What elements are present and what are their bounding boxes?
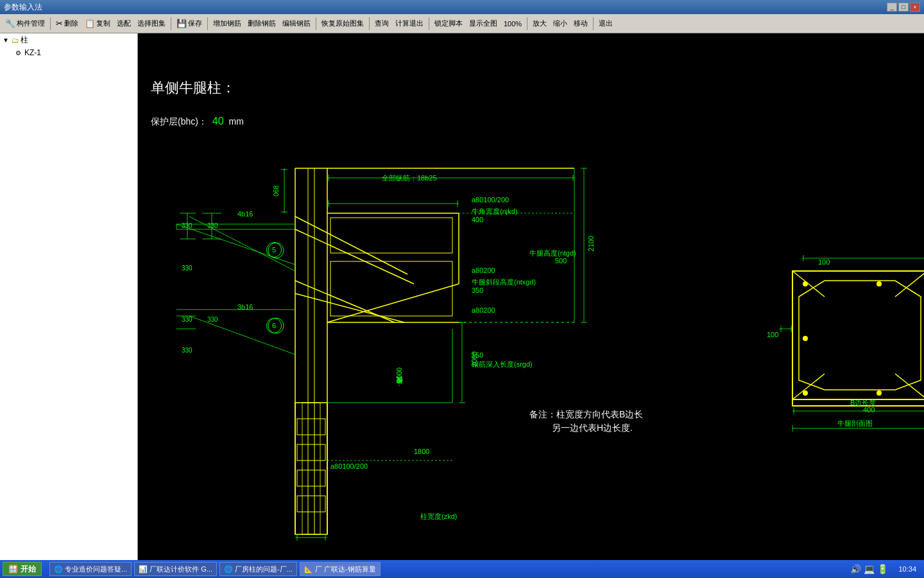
component-mgmt-icon: 🔧 <box>5 19 15 28</box>
move-button[interactable]: 移动 <box>571 17 590 30</box>
sep4 <box>316 17 316 30</box>
edit-rebar-button[interactable]: 编辑钢筋 <box>280 17 313 30</box>
svg-rect-15 <box>330 218 452 253</box>
save-button[interactable]: 💾 保存 <box>174 17 205 30</box>
app3-icon: 🌐 <box>224 565 233 574</box>
restore-label: 恢复原始图集 <box>321 19 364 28</box>
dim-2100: 2100 <box>587 236 595 251</box>
col-len-label: 柱长度：9000 <box>395 367 404 390</box>
start-label: 开始 <box>21 564 36 575</box>
zoom-in-button[interactable]: 放大 <box>530 17 549 30</box>
select-set-button[interactable]: 选择图集 <box>135 17 168 30</box>
tray-icon-2: 💻 <box>864 564 875 574</box>
embed-length-label: 钢筋深入长度(srgd) <box>472 360 533 369</box>
match-button[interactable]: 选配 <box>114 17 133 30</box>
sep6 <box>429 17 429 30</box>
svg-line-18 <box>295 229 414 284</box>
lock-script-label: 锁定脚本 <box>434 19 463 28</box>
tray-icon-3: 🔋 <box>877 564 888 574</box>
corbel-width-value: 400 <box>472 216 483 223</box>
svg-line-67 <box>895 374 924 399</box>
stirrup1-label: a80100/200 <box>472 196 509 204</box>
stirrup3-label: a80200 <box>472 306 495 314</box>
component-mgmt-button[interactable]: 🔧 构件管理 <box>3 17 47 30</box>
zoom-out-label: 缩小 <box>553 19 567 28</box>
stirrup-bottom-label: a80100/200 <box>330 462 368 470</box>
restore-button[interactable]: 恢复原始图集 <box>319 17 366 30</box>
svg-rect-36 <box>295 403 327 534</box>
tree-kz1[interactable]: ⚙ KZ-1 <box>0 47 137 58</box>
dim-330-3: 330 <box>182 265 193 272</box>
taskbar: 🪟 开始 🌐 专业造价问题答疑... 📊 厂联达计价软件 G... 🌐 厂房柱的… <box>0 560 924 578</box>
drawing-svg <box>138 33 924 560</box>
svg-point-76 <box>877 390 882 396</box>
delete-icon: ✂ <box>56 19 63 28</box>
lock-script-button[interactable]: 锁定脚本 <box>432 17 465 30</box>
svg-marker-63 <box>799 281 921 390</box>
circle-marker-5: 5 <box>266 242 282 258</box>
component-mgmt-label: 构件管理 <box>17 19 45 28</box>
tree-expand-icon: ▼ <box>3 37 10 44</box>
svg-rect-62 <box>792 271 924 399</box>
note-b: 备注：柱宽度方向代表B边长 <box>529 409 643 421</box>
del-rebar-button[interactable]: 删除钢筋 <box>245 17 278 30</box>
calc-exit-button[interactable]: 计算退出 <box>393 17 426 30</box>
section-title: 牛腿剖面图 <box>837 419 873 428</box>
app1-label: 专业造价问题答疑... <box>65 565 127 574</box>
tray-icon-1: 🔊 <box>850 564 861 574</box>
taskbar-app4[interactable]: 📐 厂 广联达-钢筋算量 <box>300 562 381 576</box>
svg-rect-39 <box>297 444 325 460</box>
taskbar-clock: 10:34 <box>893 565 921 573</box>
stirrup2-label: a80200 <box>472 267 495 274</box>
dim-330-1: 330 <box>182 222 193 229</box>
circle-marker-6: 6 <box>266 318 282 333</box>
taskbar-app1[interactable]: 🌐 专业造价问题答疑... <box>49 562 132 576</box>
exit-label: 退出 <box>599 19 613 28</box>
show-full-button[interactable]: 显示全图 <box>466 17 500 30</box>
svg-rect-37 <box>302 403 320 534</box>
dim-330-4: 330 <box>182 316 193 323</box>
copy-button[interactable]: 📋 复制 <box>82 17 113 30</box>
toolbar: 🔧 构件管理 ✂ 删除 📋 复制 选配 选择图集 💾 保存 增加钢筋 删除钢筋 … <box>0 14 924 33</box>
svg-point-71 <box>803 390 808 396</box>
zoom-percent: 100% <box>501 19 524 29</box>
svg-rect-38 <box>297 419 325 435</box>
start-icon: 🪟 <box>8 565 18 574</box>
add-rebar-button[interactable]: 增加钢筋 <box>210 17 244 30</box>
svg-line-7 <box>327 284 459 322</box>
taskbar-app2[interactable]: 📊 厂联达计价软件 G... <box>134 562 217 576</box>
app4-label: 厂 广联达-钢筋算量 <box>315 565 376 574</box>
app2-label: 厂联达计价软件 G... <box>150 565 212 574</box>
taskbar-app3[interactable]: 🌐 厂房柱的问题-厂... <box>219 562 297 576</box>
svg-point-69 <box>803 281 808 286</box>
minimize-btn[interactable]: _ <box>887 3 897 12</box>
close-btn[interactable]: × <box>910 3 920 12</box>
query-button[interactable]: 查询 <box>372 17 391 30</box>
circle6-label: 6 <box>272 322 276 329</box>
tree-root-col[interactable]: ▼ 🗂 柱 <box>0 33 137 47</box>
app4-icon: 📐 <box>304 565 313 574</box>
dim-068: 068 <box>273 186 280 197</box>
app3-label: 厂房柱的问题-厂... <box>235 565 293 574</box>
sidebar: ▼ 🗂 柱 ⚙ KZ-1 <box>0 33 138 560</box>
exit-button[interactable]: 退出 <box>596 17 615 30</box>
maximize-btn[interactable]: □ <box>898 3 909 12</box>
corbel-height-label: 牛腿高度(ntgd) <box>529 249 576 258</box>
save-label: 保存 <box>188 19 202 28</box>
select-set-label: 选择图集 <box>137 19 166 28</box>
tree-kz1-expand: ⚙ <box>15 49 23 57</box>
zoom-in-label: 放大 <box>533 19 547 28</box>
all-rebar-label: 全部纵筋：18b25 <box>382 173 437 183</box>
zoom-out-button[interactable]: 缩小 <box>551 17 570 30</box>
delete-button[interactable]: ✂ 删除 <box>53 17 81 30</box>
add-rebar-label: 增加钢筋 <box>213 19 241 28</box>
drawing-canvas: 单侧牛腿柱： 保护层(bhc)： 40 mm <box>138 33 924 560</box>
copy-label: 复制 <box>96 19 110 28</box>
sep5 <box>369 17 370 30</box>
main-area: ▼ 🗂 柱 ⚙ KZ-1 单侧牛腿柱： 保护层(bhc)： 40 mm <box>0 33 924 560</box>
svg-line-66 <box>792 374 825 399</box>
corbel-height-value: 500 <box>555 257 567 265</box>
start-button[interactable]: 🪟 开始 <box>3 562 42 576</box>
dim-330-5: 330 <box>207 316 218 323</box>
dim-100-left: 100 <box>767 331 778 338</box>
